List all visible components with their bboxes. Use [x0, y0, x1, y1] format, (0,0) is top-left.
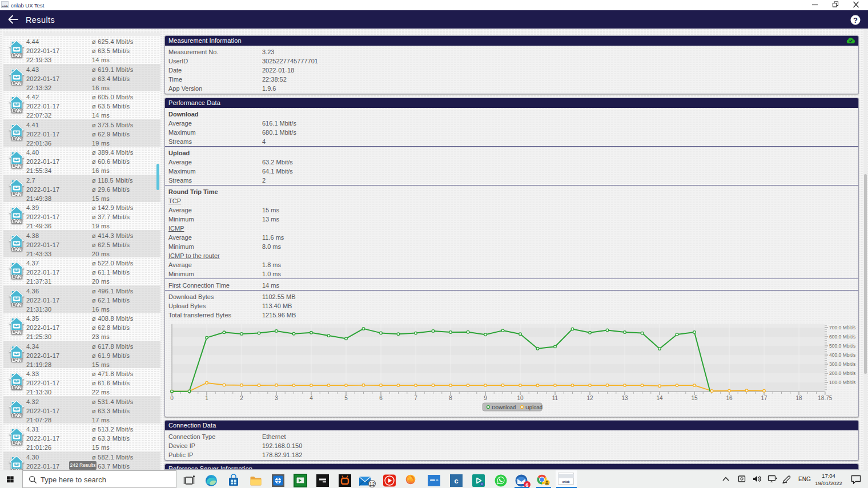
- svg-text:700.0 Mbit/s: 700.0 Mbit/s: [829, 325, 855, 330]
- svg-text:LAN: LAN: [12, 385, 22, 390]
- svg-text:6: 6: [379, 395, 383, 401]
- svg-text:?: ?: [853, 16, 858, 25]
- svg-text:LAN: LAN: [12, 108, 22, 113]
- svg-text:LAN: LAN: [12, 163, 22, 168]
- svg-text:15: 15: [691, 395, 698, 401]
- svg-text:1: 1: [205, 395, 208, 401]
- svg-text:13: 13: [621, 395, 628, 401]
- svg-text:16: 16: [726, 395, 733, 401]
- svg-text:LAN: LAN: [12, 219, 22, 224]
- svg-text:10: 10: [517, 395, 524, 401]
- svg-text:14: 14: [656, 395, 663, 401]
- svg-text:LAN: LAN: [12, 191, 22, 196]
- svg-text:0: 0: [170, 395, 174, 401]
- svg-text:4: 4: [310, 395, 313, 401]
- svg-text:8: 8: [449, 395, 452, 401]
- svg-text:9: 9: [484, 395, 487, 401]
- svg-text:LAN: LAN: [12, 412, 22, 417]
- svg-text:400.0 Mbit/s: 400.0 Mbit/s: [829, 352, 855, 358]
- svg-text:2: 2: [240, 395, 243, 401]
- svg-text:LAN: LAN: [12, 329, 22, 334]
- svg-text:17: 17: [761, 395, 767, 401]
- svg-text:500.0 Mbit/s: 500.0 Mbit/s: [829, 343, 855, 349]
- svg-text:LAN: LAN: [12, 135, 22, 140]
- svg-text:LAN: LAN: [12, 53, 22, 58]
- svg-text:LAN: LAN: [12, 274, 22, 279]
- svg-text:100.0 Mbit/s: 100.0 Mbit/s: [829, 380, 855, 385]
- svg-text:200.0 Mbit/s: 200.0 Mbit/s: [829, 370, 855, 376]
- svg-text:7: 7: [414, 395, 417, 401]
- svg-text:LAN: LAN: [12, 357, 22, 362]
- svg-text:c: c: [454, 477, 458, 485]
- svg-text:Upload: Upload: [525, 404, 542, 410]
- svg-text:11: 11: [552, 395, 558, 401]
- svg-text:LAN: LAN: [12, 80, 22, 85]
- svg-text:5: 5: [344, 395, 348, 401]
- svg-text:18.75: 18.75: [818, 395, 832, 401]
- svg-text:18: 18: [795, 395, 802, 401]
- svg-text:600.0 Mbit/s: 600.0 Mbit/s: [829, 334, 855, 340]
- svg-text:12: 12: [369, 481, 375, 487]
- svg-text:3: 3: [275, 395, 278, 401]
- svg-text:300.0 Mbit/s: 300.0 Mbit/s: [829, 361, 855, 367]
- svg-text:LAN: LAN: [12, 440, 22, 445]
- svg-text:12: 12: [586, 395, 593, 401]
- svg-text:LAN: LAN: [12, 246, 22, 251]
- svg-text:LAN: LAN: [12, 301, 22, 306]
- svg-text:Download: Download: [492, 404, 516, 410]
